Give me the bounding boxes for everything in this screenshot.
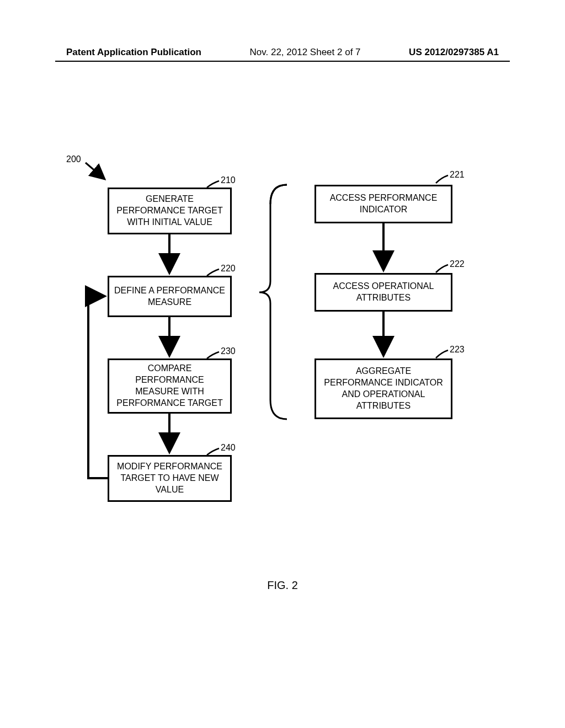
ref-210: 210	[221, 175, 236, 185]
box-aggregate: AGGREGATE PERFORMANCE INDICATOR AND OPER…	[315, 358, 452, 419]
ref-200: 200	[66, 154, 81, 164]
box-modify-target: MODIFY PERFORMANCE TARGET TO HAVE NEW VA…	[108, 455, 232, 502]
box-define-measure: DEFINE A PERFORMANCE MEASURE	[108, 276, 232, 317]
ref-221: 221	[450, 170, 465, 180]
box-222-text: ACCESS OPERATIONAL ATTRIBUTES	[321, 281, 446, 304]
box-generate-target: GENERATE PERFORMANCE TARGET WITH INITIAL…	[108, 188, 232, 234]
box-220-text: DEFINE A PERFORMANCE MEASURE	[114, 285, 226, 308]
box-223-text: AGGREGATE PERFORMANCE INDICATOR AND OPER…	[321, 366, 446, 411]
box-221-text: ACCESS PERFORMANCE INDICATOR	[321, 192, 446, 216]
header-left: Patent Application Publication	[66, 47, 201, 58]
box-210-text: GENERATE PERFORMANCE TARGET WITH INITIAL…	[114, 194, 226, 228]
ref-220: 220	[221, 264, 236, 274]
ref-240: 240	[221, 443, 236, 453]
flowchart-arrows	[0, 154, 565, 706]
box-230-text: COMPARE PERFORMANCE MEASURE WITH PERFORM…	[114, 363, 226, 409]
figure-caption: FIG. 2	[0, 579, 565, 592]
ref-223: 223	[450, 345, 465, 355]
box-compare: COMPARE PERFORMANCE MEASURE WITH PERFORM…	[108, 358, 232, 414]
ref-222: 222	[450, 259, 465, 269]
box-access-attributes: ACCESS OPERATIONAL ATTRIBUTES	[315, 273, 452, 312]
svg-line-1	[86, 163, 105, 179]
box-access-indicator: ACCESS PERFORMANCE INDICATOR	[315, 185, 452, 223]
header-right: US 2012/0297385 A1	[409, 47, 499, 58]
box-240-text: MODIFY PERFORMANCE TARGET TO HAVE NEW VA…	[114, 461, 226, 495]
header-rule	[55, 61, 510, 62]
header-middle: Nov. 22, 2012 Sheet 2 of 7	[250, 47, 361, 58]
ref-230: 230	[221, 346, 236, 356]
